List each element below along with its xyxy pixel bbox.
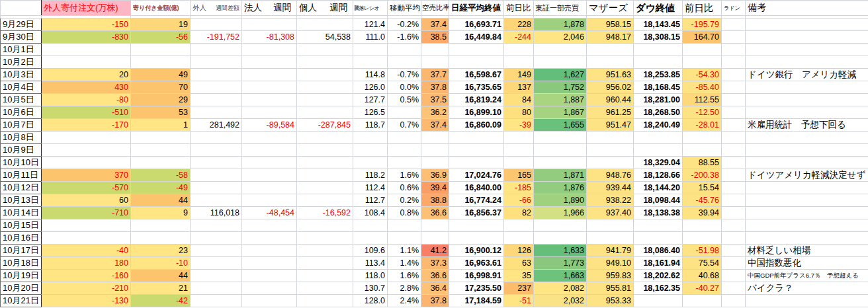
- cell-short-selling-ratio[interactable]: 37.7: [421, 69, 449, 81]
- cell-mothers-index[interactable]: [587, 144, 634, 157]
- cell-foreign-weekly[interactable]: [191, 106, 242, 119]
- cell-opening-amount[interactable]: [131, 132, 191, 144]
- cell-radon[interactable]: [722, 219, 746, 232]
- cell-mothers-index[interactable]: 937.40: [587, 207, 634, 219]
- cell-short-selling-ratio[interactable]: 36.2: [421, 106, 449, 119]
- header-nikkei-close[interactable]: 日経平均終値: [449, 1, 504, 16]
- cell-foreign-weekly[interactable]: [191, 19, 242, 31]
- cell-remarks[interactable]: [746, 182, 868, 194]
- cell-foreign-weekly[interactable]: 116,018: [191, 207, 242, 219]
- cell-radon[interactable]: [722, 182, 746, 194]
- cell-dow-change[interactable]: -28.01: [683, 119, 722, 132]
- cell-moving-average[interactable]: 2.8%: [388, 282, 421, 295]
- cell-nikkei-close[interactable]: 16,840.00: [449, 182, 504, 194]
- cell-short-selling-ratio[interactable]: 38.8: [421, 194, 449, 207]
- cell-nikkei-close[interactable]: 16,693.71: [449, 19, 504, 31]
- cell-dow-close[interactable]: 18,308.15: [634, 31, 683, 44]
- cell-dow-change[interactable]: 39.94: [683, 207, 722, 219]
- cell-date[interactable]: 10月8日: [1, 132, 42, 144]
- cell-opening-amount[interactable]: [131, 56, 191, 69]
- cell-opening-amount[interactable]: [131, 144, 191, 157]
- cell-individual-weekly[interactable]: [297, 169, 353, 182]
- cell-foreign-weekly[interactable]: [191, 257, 242, 270]
- cell-date[interactable]: 10月12日: [1, 182, 42, 194]
- cell-foreign-buy-orders[interactable]: 180: [42, 257, 131, 270]
- cell-mothers-index[interactable]: 958.15: [587, 19, 634, 31]
- cell-foreign-weekly[interactable]: [191, 81, 242, 94]
- cell-dow-close[interactable]: 18,253.85: [634, 69, 683, 81]
- cell-corporate-weekly[interactable]: [242, 232, 297, 245]
- cell-tse1-trading-value[interactable]: 1,871: [534, 169, 587, 182]
- cell-moving-average[interactable]: 0.5%: [388, 94, 421, 106]
- cell-date[interactable]: 10月4日: [1, 81, 42, 94]
- cell-individual-weekly[interactable]: [297, 182, 353, 194]
- cell-remarks[interactable]: [746, 232, 868, 245]
- cell-mothers-index[interactable]: [587, 232, 634, 245]
- cell-nikkei-change[interactable]: 149: [504, 69, 534, 81]
- cell-date[interactable]: 10月6日: [1, 106, 42, 119]
- cell-remarks[interactable]: 中国指数悪化: [746, 257, 868, 270]
- cell-foreign-weekly[interactable]: [191, 282, 242, 295]
- cell-nikkei-close[interactable]: 16,900.12: [449, 245, 504, 257]
- cell-short-selling-ratio[interactable]: 39.4: [421, 182, 449, 194]
- cell-remarks[interactable]: 米雇用統計 予想下回る: [746, 119, 868, 132]
- cell-nikkei-close[interactable]: [449, 157, 504, 169]
- cell-opening-amount[interactable]: -58: [131, 169, 191, 182]
- cell-remarks[interactable]: [746, 295, 868, 307]
- cell-nikkei-close[interactable]: 16,856.37: [449, 207, 504, 219]
- cell-mothers-index[interactable]: 959.83: [587, 270, 634, 282]
- cell-foreign-buy-orders[interactable]: -80: [42, 94, 131, 106]
- cell-short-selling-ratio[interactable]: 36.6: [421, 270, 449, 282]
- header-dow-close[interactable]: ダウ終値: [634, 1, 683, 16]
- cell-dow-change[interactable]: 88.55: [683, 157, 722, 169]
- cell-remarks[interactable]: [746, 207, 868, 219]
- cell-advance-decline-ratio[interactable]: [353, 56, 388, 69]
- cell-corporate-weekly[interactable]: [242, 157, 297, 169]
- cell-nikkei-change[interactable]: -185: [504, 182, 534, 194]
- cell-radon[interactable]: [722, 31, 746, 44]
- cell-moving-average[interactable]: [388, 232, 421, 245]
- cell-moving-average[interactable]: 2.4%: [388, 295, 421, 307]
- cell-dow-close[interactable]: 18,143.45: [634, 19, 683, 31]
- cell-nikkei-close[interactable]: 16,449.84: [449, 31, 504, 44]
- cell-tse1-trading-value[interactable]: 1,966: [534, 207, 587, 219]
- cell-dow-change[interactable]: -12.50: [683, 106, 722, 119]
- cell-individual-weekly[interactable]: -287,845: [297, 119, 353, 132]
- cell-advance-decline-ratio[interactable]: [353, 219, 388, 232]
- cell-dow-close[interactable]: 18,168.45: [634, 81, 683, 94]
- cell-dow-close[interactable]: [634, 132, 683, 144]
- cell-dow-close[interactable]: 18,161.94: [634, 257, 683, 270]
- cell-dow-change[interactable]: [683, 295, 722, 307]
- cell-radon[interactable]: [722, 19, 746, 31]
- cell-individual-weekly[interactable]: [297, 106, 353, 119]
- cell-tse1-trading-value[interactable]: [534, 44, 587, 56]
- cell-foreign-buy-orders[interactable]: [42, 132, 131, 144]
- cell-foreign-weekly[interactable]: [191, 144, 242, 157]
- cell-dow-change[interactable]: [683, 44, 722, 56]
- cell-corporate-weekly[interactable]: [242, 182, 297, 194]
- cell-radon[interactable]: [722, 144, 746, 157]
- cell-tse1-trading-value[interactable]: 1,627: [534, 69, 587, 81]
- cell-nikkei-close[interactable]: 16,735.65: [449, 81, 504, 94]
- cell-nikkei-change[interactable]: [504, 44, 534, 56]
- cell-foreign-buy-orders[interactable]: -210: [42, 282, 131, 295]
- cell-nikkei-close[interactable]: 17,024.76: [449, 169, 504, 182]
- cell-date[interactable]: 10月1日: [1, 44, 42, 56]
- cell-nikkei-change[interactable]: -39: [504, 119, 534, 132]
- cell-short-selling-ratio[interactable]: [421, 232, 449, 245]
- cell-date[interactable]: 10月2日: [1, 56, 42, 69]
- cell-foreign-buy-orders[interactable]: -710: [42, 207, 131, 219]
- header-advance-decline-ratio[interactable]: 騰落レシオ: [353, 1, 388, 16]
- cell-date[interactable]: 10月9日: [1, 144, 42, 157]
- cell-opening-amount[interactable]: 44: [131, 270, 191, 282]
- cell-mothers-index[interactable]: 948.17: [587, 31, 634, 44]
- cell-nikkei-change[interactable]: 35: [504, 270, 534, 282]
- cell-moving-average[interactable]: 1.6%: [388, 270, 421, 282]
- cell-mothers-index[interactable]: [587, 56, 634, 69]
- cell-short-selling-ratio[interactable]: 37.4: [421, 119, 449, 132]
- cell-moving-average[interactable]: [388, 157, 421, 169]
- cell-radon[interactable]: [722, 270, 746, 282]
- cell-moving-average[interactable]: -0.2%: [388, 19, 421, 31]
- cell-mothers-index[interactable]: 941.79: [587, 245, 634, 257]
- cell-opening-amount[interactable]: [131, 157, 191, 169]
